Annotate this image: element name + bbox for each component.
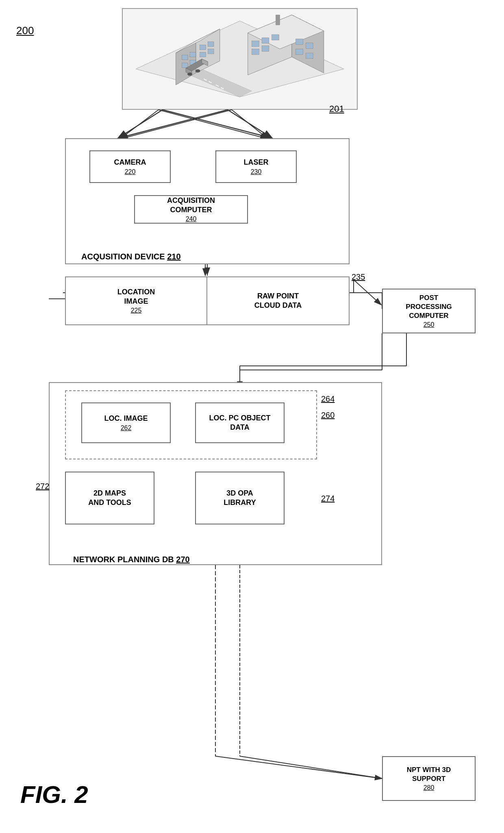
ref-235-label: 235 [352, 272, 365, 282]
svg-rect-9 [182, 63, 188, 68]
svg-line-57 [118, 110, 228, 138]
ref-260-label: 260 [321, 411, 335, 420]
svg-rect-26 [296, 49, 303, 54]
svg-line-69 [215, 756, 382, 779]
svg-rect-14 [208, 49, 214, 54]
npt-ref: 280 [424, 784, 434, 792]
post-processing-computer-box: POSTPROCESSINGCOMPUTER 250 [382, 289, 476, 333]
svg-rect-25 [306, 43, 313, 49]
loc-image-title: LOC. IMAGE [104, 414, 148, 423]
opa-library-box: 3D OPALIBRARY [195, 472, 285, 524]
svg-rect-13 [200, 52, 206, 57]
ref-272-label: 272 [36, 482, 49, 491]
ref-274-label: 274 [321, 494, 335, 503]
npt-title: NPT WITH 3DSUPPORT [407, 766, 451, 783]
svg-point-31 [187, 72, 192, 76]
raw-point-cloud-box: RAW POINTCLOUD DATA [207, 277, 349, 324]
camera-ref: 220 [125, 168, 136, 176]
location-image-ref: 225 [131, 307, 142, 314]
loc-pc-object-data-box: LOC. PC OBJECTDATA [195, 402, 285, 443]
loc-image-ref: 262 [121, 424, 132, 432]
svg-rect-19 [252, 41, 259, 47]
loc-pc-title: LOC. PC OBJECTDATA [209, 413, 270, 433]
acq-computer-title: ACQUISITIONCOMPUTER [167, 196, 215, 215]
svg-rect-22 [252, 49, 259, 54]
camera-title: CAMERA [114, 158, 146, 167]
svg-rect-18 [276, 15, 280, 25]
camera-box: CAMERA 220 [89, 150, 171, 183]
post-proc-ref: 250 [424, 321, 434, 328]
acq-device-label: ACQUSITION DEVICE 210 [81, 252, 181, 261]
post-proc-title: POSTPROCESSINGCOMPUTER [406, 294, 452, 320]
svg-rect-27 [306, 53, 313, 59]
laser-ref: 230 [251, 168, 262, 176]
svg-rect-24 [296, 39, 303, 45]
location-image-box: LOCATIONIMAGE 225 [66, 277, 207, 324]
acquisition-computer-box: ACQUISITIONCOMPUTER 240 [134, 195, 248, 224]
maps-and-tools-box: 2D MAPSAND TOOLS [65, 472, 154, 524]
svg-rect-21 [272, 35, 279, 40]
svg-rect-12 [208, 42, 214, 47]
svg-point-32 [196, 70, 200, 73]
svg-line-54 [118, 110, 163, 138]
data-row: LOCATIONIMAGE 225 RAW POINTCLOUD DATA [65, 276, 350, 325]
maps-title: 2D MAPSAND TOOLS [88, 489, 131, 508]
opa-title: 3D OPALIBRARY [224, 489, 256, 508]
scene-illustration [122, 8, 358, 110]
svg-line-38 [120, 110, 232, 139]
location-image-title: LOCATIONIMAGE [117, 287, 155, 307]
raw-point-cloud-title: RAW POINTCLOUD DATA [254, 291, 302, 311]
svg-line-36 [232, 110, 268, 139]
figure-label: FIG. 2 [20, 781, 88, 809]
scene-ref-label: 201 [329, 104, 344, 114]
svg-rect-11 [200, 45, 206, 50]
acq-computer-ref: 240 [186, 215, 197, 223]
svg-rect-8 [190, 52, 196, 57]
svg-line-55 [228, 110, 272, 138]
diagram-label: 200 [16, 24, 34, 37]
svg-line-56 [163, 110, 272, 138]
svg-rect-23 [262, 46, 269, 52]
npt-support-box: NPT WITH 3DSUPPORT 280 [382, 756, 476, 801]
svg-line-62 [354, 280, 381, 305]
svg-line-37 [159, 110, 268, 139]
svg-line-35 [120, 110, 159, 139]
laser-title: LASER [243, 158, 268, 167]
npdb-label: NETWORK PLANNING DB 270 [73, 555, 190, 564]
loc-image-box: LOC. IMAGE 262 [81, 402, 171, 443]
svg-rect-7 [182, 55, 188, 60]
ref-264-label: 264 [321, 394, 335, 404]
svg-rect-20 [262, 38, 269, 43]
svg-line-51 [240, 756, 382, 779]
laser-box: LASER 230 [215, 150, 297, 183]
